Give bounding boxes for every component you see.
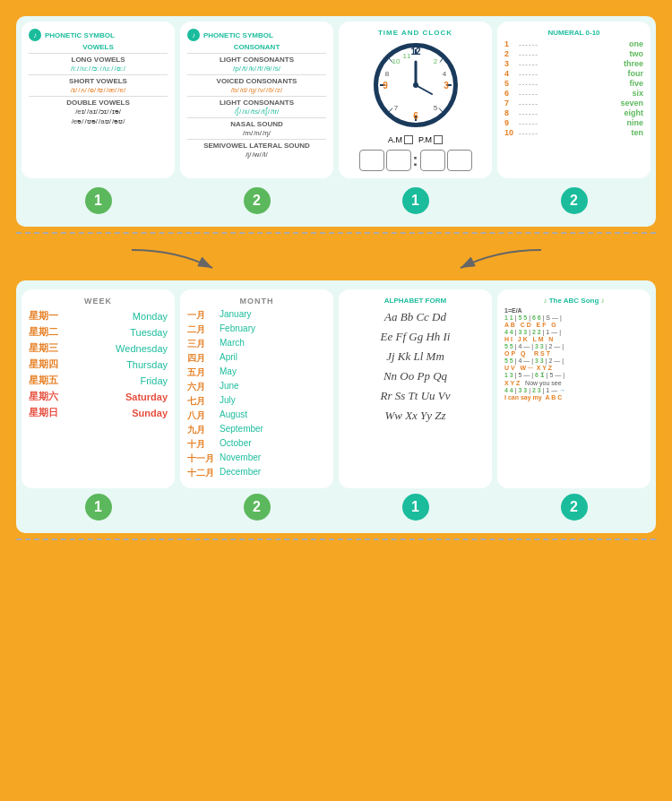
numeral-row: 7 ------ seven — [504, 99, 643, 108]
num: 9 — [504, 118, 519, 127]
clock-card: TIME AND CLOCK — [339, 22, 492, 178]
phonetic2-icon: ♪ — [187, 29, 200, 41]
week-card: WEEK 星期一 Monday 星期二 Tuesday 星期三 Wednesda… — [22, 289, 175, 488]
phoneme: /j/ — [246, 151, 251, 159]
badge-1-bottom: 1 — [85, 494, 112, 521]
numeral-row: 9 ------ nine — [504, 118, 643, 127]
voiced-cons-label: VOICED CONSONANTS — [187, 77, 326, 85]
month-chinese: 九月 — [187, 424, 214, 436]
week-chinese: 星期六 — [29, 390, 58, 403]
clock-min-box[interactable] — [420, 150, 445, 171]
light-cons2-row: /ʃ/ /x/ /ts/ /tʃ/ /tr/ — [187, 108, 326, 116]
numeral-row: 3 ------ three — [504, 59, 643, 68]
phoneme: /p/ — [233, 65, 241, 73]
week-english: Saturday — [125, 392, 168, 402]
phoneme: /v/ — [257, 86, 264, 94]
num: 4 — [504, 69, 519, 78]
phoneme: /d/ — [240, 86, 248, 94]
semivowel-label: SEMIVOWEL LATERAL SOUND — [187, 142, 326, 150]
month-chinese: 一月 — [187, 309, 214, 322]
badge-3-top: 1 — [402, 187, 429, 214]
week-chinese: 星期五 — [29, 374, 58, 387]
phonetic1-header: ♪ PHONETIC SYMBOL — [29, 29, 168, 41]
abc-song-line: 1 3 | 5 — | 6 1̂ | 5 — | — [504, 372, 643, 379]
clock-hour-box2[interactable] — [386, 150, 411, 171]
badge-3-bottom: 1 — [402, 494, 429, 521]
dashed-divider-bottom — [16, 538, 656, 540]
month-row: 十一月 November — [187, 452, 326, 465]
word: eight — [612, 108, 643, 117]
alphabet-text: Aa Bb Cc Dd Ee Ff Gg Hh Ii Jj Kk Ll Mm N… — [346, 307, 485, 426]
month-row: 九月 September — [187, 424, 326, 436]
phoneme: /tr/ — [271, 108, 279, 116]
week-chinese: 星期一 — [29, 309, 58, 323]
dots: ------ — [519, 90, 612, 98]
num: 3 — [504, 59, 519, 68]
num: 10 — [504, 128, 519, 137]
badge-cell: 2 — [180, 182, 333, 214]
svg-text:11: 11 — [402, 52, 410, 60]
month-row: 八月 August — [187, 409, 326, 422]
month-english: November — [214, 452, 326, 465]
phonetic-card-2: ♪ PHONETIC SYMBOL CONSONANT LIGHT CONSON… — [180, 22, 333, 178]
month-english: August — [214, 409, 326, 422]
week-row: 星期六 Saturday — [29, 390, 168, 403]
month-row: 十二月 December — [187, 467, 326, 479]
numeral-row: 5 ------ five — [504, 79, 643, 88]
bottom-badge-row: 1 2 1 2 — [22, 488, 650, 521]
phoneme: /k/ — [249, 65, 256, 73]
clock-hour-box[interactable] — [359, 150, 384, 171]
phoneme: /aʊ/ — [99, 117, 111, 125]
long-vowels-label: LONG VOWELS — [29, 56, 168, 64]
week-row: 星期一 Monday — [29, 309, 168, 323]
pm-checkbox[interactable]: P.M — [418, 135, 443, 144]
week-english: Monday — [133, 311, 168, 322]
clock-title: TIME AND CLOCK — [346, 29, 485, 37]
abc-song-line: 4 4 | 3 3 | 2 3 | 1 — → — [504, 387, 643, 393]
week-chinese: 星期日 — [29, 406, 58, 419]
numeral-card: NUMERAL 0-10 1 ------ one 2 ------ two 3 — [497, 22, 650, 178]
phoneme: /ɒ/ — [88, 86, 96, 94]
phoneme: /e/ — [117, 86, 125, 94]
month-english: March — [214, 338, 326, 350]
month-chinese: 七月 — [187, 395, 214, 408]
word: nine — [612, 118, 643, 127]
clock-min-box2[interactable] — [447, 150, 472, 171]
svg-text:2: 2 — [433, 57, 437, 65]
num: 1 — [504, 39, 519, 48]
pm-box[interactable] — [434, 135, 443, 144]
phoneme: /ɔɪ/ — [99, 108, 108, 116]
voiced-cons-row: /b/ /d/ /g/ /v/ /ð/ /z/ — [187, 86, 326, 94]
week-row-thursday: 星期四 Thursday — [29, 357, 168, 371]
badge-cell: 2 — [180, 488, 333, 521]
month-chinese-october: 十月 — [187, 438, 214, 451]
week-row: 星期日 Sunday — [29, 406, 168, 419]
month-row-october: 十月 October — [187, 438, 326, 451]
phonetic1-title: PHONETIC SYMBOL — [45, 31, 115, 39]
badge-cell: 1 — [22, 488, 175, 521]
vowels-label: VOWELS — [29, 43, 168, 51]
week-row: 星期五 Friday — [29, 374, 168, 387]
svg-text:3: 3 — [444, 81, 449, 90]
week-english: Tuesday — [130, 327, 168, 338]
week-title: WEEK — [29, 297, 168, 306]
am-checkbox[interactable]: A.M — [388, 135, 413, 144]
month-english: September — [214, 424, 326, 436]
week-chinese: 星期四 — [29, 357, 58, 371]
consonant-label: CONSONANT — [187, 43, 326, 51]
pm-label: P.M — [418, 135, 432, 144]
svg-text:7: 7 — [393, 104, 398, 112]
dots: ------ — [519, 70, 612, 78]
svg-text:5: 5 — [433, 104, 437, 112]
word: seven — [612, 99, 643, 108]
phoneme: /g/ — [249, 86, 257, 94]
alphabet-card: ALPHABET FORM Aa Bb Cc Dd Ee Ff Gg Hh Ii… — [339, 289, 492, 488]
double-vowels-row2: /eə/ /ʊə/ /aʊ/ /əʊ/ — [29, 117, 168, 125]
phonetic-card-1: ♪ PHONETIC SYMBOL VOWELS LONG VOWELS /iː… — [22, 22, 175, 178]
abc-song-line: 4 4 | 3 3 | 2 2 | 1 — | — [504, 329, 643, 335]
clock-colon: : — [413, 151, 418, 170]
light-cons-label: LIGHT CONSONANTS — [187, 56, 326, 64]
am-box[interactable] — [404, 135, 413, 144]
light-cons-row: /p/ /t/ /k/ /f/ /θ/ /s/ — [187, 65, 326, 73]
month-row: 四月 April — [187, 352, 326, 365]
